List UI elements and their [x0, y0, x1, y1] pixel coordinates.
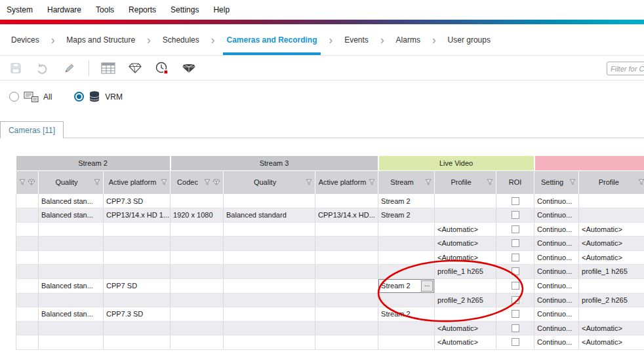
cell-quality3[interactable]: [224, 237, 315, 251]
cell-profile[interactable]: <Automatic>: [435, 250, 496, 265]
ellipsis-button[interactable]: ...: [421, 280, 433, 292]
cell-platform2[interactable]: [104, 237, 171, 251]
cell-setting[interactable]: Continuo...: [534, 335, 579, 350]
cell-quality2[interactable]: [39, 250, 104, 265]
cell-quality2[interactable]: [39, 293, 104, 307]
roi-checkbox[interactable]: [512, 296, 519, 304]
cell-quality3[interactable]: [224, 222, 315, 237]
cell-profile[interactable]: [435, 208, 496, 223]
cell-quality3[interactable]: Balanced standard: [224, 208, 315, 223]
cell-codec3[interactable]: [171, 335, 224, 350]
menu-item-hardware[interactable]: Hardware: [47, 5, 81, 14]
stream-quality-button[interactable]: [181, 60, 197, 76]
cell-platform2[interactable]: [104, 222, 171, 237]
cell-profile2[interactable]: [579, 208, 644, 223]
scope-option-vrm[interactable]: VRM: [74, 90, 123, 103]
cell-quality3[interactable]: [224, 321, 315, 335]
cell-profile[interactable]: <Automatic>: [435, 321, 496, 335]
cell-quality3[interactable]: [224, 194, 315, 208]
cell-stream[interactable]: [378, 321, 435, 335]
cell-quality3[interactable]: [224, 335, 315, 350]
cell-profile[interactable]: profile_1 h265: [435, 265, 496, 279]
pen-button[interactable]: [62, 60, 77, 76]
cell-setting[interactable]: Continuo...: [534, 293, 579, 307]
cell-codec3[interactable]: [171, 293, 224, 307]
cell-setting[interactable]: Continuo...: [534, 208, 579, 223]
cell-stream[interactable]: [378, 222, 435, 237]
roi-checkbox[interactable]: [512, 267, 519, 275]
cell-stream[interactable]: Stream 2: [378, 307, 435, 322]
cell-setting[interactable]: Continuo...: [534, 278, 579, 293]
nav-tab-schedules[interactable]: Schedules: [159, 24, 203, 55]
cell-platform3[interactable]: [315, 321, 378, 335]
menu-item-tools[interactable]: Tools: [96, 5, 114, 14]
roi-checkbox[interactable]: [512, 254, 519, 261]
cell-setting[interactable]: Continuo...: [534, 250, 579, 265]
nav-tab-user-groups[interactable]: User groups: [445, 24, 494, 55]
filter-funnel-icon[interactable]: [306, 179, 312, 185]
cell-indicator[interactable]: [16, 194, 39, 208]
cell-setting[interactable]: Continuo...: [534, 321, 579, 335]
column-header-quality-1[interactable]: Quality: [39, 170, 104, 194]
cell-indicator[interactable]: [16, 222, 39, 237]
undo-button[interactable]: [35, 60, 50, 76]
filter-input[interactable]: [607, 62, 644, 75]
column-header-roi-8[interactable]: ROI: [496, 170, 534, 194]
cell-stream[interactable]: Stream 2: [378, 194, 435, 208]
filter-funnel-icon[interactable]: [94, 179, 100, 185]
cell-quality3[interactable]: [224, 293, 315, 307]
stream-select-editor[interactable]: Stream 2...: [378, 279, 434, 293]
column-header-codec-3[interactable]: Codec: [171, 170, 224, 194]
cell-platform2[interactable]: [104, 265, 171, 279]
cell-profile[interactable]: [435, 307, 496, 322]
cell-stream[interactable]: Stream 2: [378, 208, 435, 223]
cell-codec3[interactable]: [171, 194, 224, 208]
cell-codec3[interactable]: [171, 250, 224, 265]
menu-item-settings[interactable]: Settings: [171, 5, 199, 14]
filter-funnel-icon[interactable]: [204, 179, 211, 185]
nav-tab-cameras-and-recording[interactable]: Cameras and Recording: [223, 24, 320, 55]
cell-platform3[interactable]: [315, 335, 378, 350]
cell-quality3[interactable]: [224, 307, 315, 322]
cell-platform2[interactable]: [104, 250, 171, 265]
cell-profile2[interactable]: [579, 278, 644, 293]
scope-option-all[interactable]: All: [9, 91, 52, 103]
menu-item-system[interactable]: System: [7, 5, 33, 14]
nav-tab-alarms[interactable]: Alarms: [393, 24, 424, 55]
cell-profile2[interactable]: profile_2 h265: [579, 293, 644, 307]
save-button[interactable]: [8, 60, 24, 76]
cell-setting[interactable]: Continuo...: [534, 237, 579, 251]
radio-all[interactable]: [9, 92, 19, 102]
cell-quality3[interactable]: [224, 250, 315, 265]
cell-quality2[interactable]: [39, 335, 104, 350]
cell-codec3[interactable]: [171, 265, 224, 279]
cell-profile2[interactable]: [579, 307, 644, 322]
cell-profile[interactable]: <Automatic>: [435, 222, 496, 237]
nav-tab-maps-and-structure[interactable]: Maps and Structure: [63, 24, 138, 55]
cell-platform2[interactable]: CPP7.3 SD: [104, 194, 171, 208]
cell-stream[interactable]: [378, 237, 435, 251]
cell-quality3[interactable]: [224, 278, 315, 293]
cell-codec3[interactable]: [171, 307, 224, 322]
menu-item-help[interactable]: Help: [213, 5, 230, 14]
cell-setting[interactable]: Continuo...: [534, 307, 579, 322]
column-header-icons-0[interactable]: [16, 170, 39, 194]
cell-stream[interactable]: [378, 265, 435, 279]
cell-codec3[interactable]: 1920 x 1080: [171, 208, 224, 223]
cell-setting[interactable]: Continuo...: [534, 222, 579, 237]
filter-funnel-icon[interactable]: [19, 179, 26, 185]
cell-profile2[interactable]: [579, 194, 644, 208]
column-header-stream-6[interactable]: Stream: [378, 170, 435, 194]
filter-funnel-icon[interactable]: [638, 179, 644, 185]
column-header-quality-4[interactable]: Quality: [224, 170, 315, 194]
roi-checkbox[interactable]: [512, 211, 519, 219]
cell-platform2[interactable]: [104, 293, 171, 307]
nav-tab-devices[interactable]: Devices: [8, 24, 43, 55]
cell-codec3[interactable]: [171, 278, 224, 293]
cell-platform2[interactable]: CPP7.3 SD: [104, 307, 171, 322]
cell-platform3[interactable]: [315, 278, 378, 293]
cell-platform3[interactable]: [315, 194, 378, 208]
cell-profile[interactable]: <Automatic>: [435, 335, 496, 350]
cell-platform3[interactable]: [315, 307, 378, 322]
roi-checkbox[interactable]: [512, 324, 519, 332]
